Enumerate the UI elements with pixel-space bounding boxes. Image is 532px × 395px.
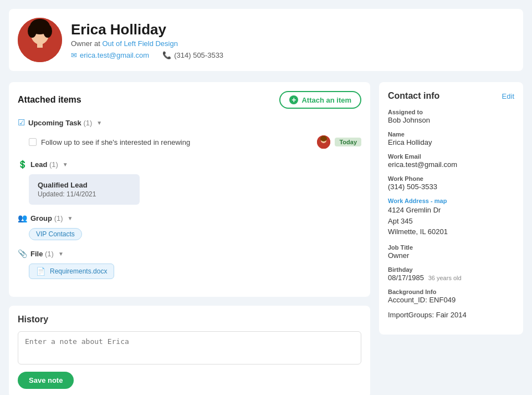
lead-chevron-icon: ▼ xyxy=(63,161,68,168)
task-right: Today xyxy=(317,135,361,149)
import-field: ImportGroups: Fair 2014 xyxy=(388,311,514,319)
birthday-label: Birthday xyxy=(388,266,514,273)
page: Erica Holliday Owner at Out of Left Fiel… xyxy=(0,0,532,395)
profile-info: Erica Holliday Owner at Out of Left Fiel… xyxy=(71,21,223,59)
attach-button-label: Attach an item xyxy=(301,96,351,104)
job-title-label: Job Title xyxy=(388,244,514,251)
file-chevron-icon: ▼ xyxy=(58,251,64,257)
contact-section-title: Contact info xyxy=(388,91,439,101)
work-phone-value: (314) 505-3533 xyxy=(388,183,514,191)
task-chevron-icon: ▼ xyxy=(96,120,102,126)
job-title-field: Job Title Owner xyxy=(388,244,514,260)
task-item: Follow up to see if she's interested in … xyxy=(18,133,361,151)
address-line2: Apt 345 xyxy=(388,216,514,227)
contact-card: Contact info Edit Assigned to Bob Johnso… xyxy=(379,82,523,335)
right-column: Contact info Edit Assigned to Bob Johnso… xyxy=(379,82,523,395)
svg-point-4 xyxy=(43,24,52,38)
svg-point-10 xyxy=(320,136,327,141)
task-group: ☑ Upcoming Task (1) ▼ Follow up to see i… xyxy=(18,118,361,151)
profile-phone: (314) 505-3533 xyxy=(174,51,223,59)
work-address-map-link[interactable]: Work Address - map xyxy=(388,198,447,204)
birthday-age: 36 years old xyxy=(428,275,462,281)
name-value: Erica Holliday xyxy=(388,138,514,146)
assigned-to-value: Bob Johnson xyxy=(388,116,514,124)
work-email-label: Work Email xyxy=(388,153,514,160)
attach-plus-icon: + xyxy=(289,95,298,104)
lead-card-title: Qualified Lead xyxy=(38,181,131,189)
assigned-to-label: Assigned to xyxy=(388,109,514,115)
birthday-field: Birthday 08/17/1985 36 years old xyxy=(388,266,514,282)
lead-count: (1) xyxy=(49,160,58,169)
save-note-button[interactable]: Save note xyxy=(18,372,74,389)
group-chevron-icon: ▼ xyxy=(68,215,73,221)
group-tag[interactable]: VIP Contacts xyxy=(29,228,82,240)
task-checkbox[interactable] xyxy=(29,138,37,146)
task-left: Follow up to see if she's interested in … xyxy=(29,138,190,146)
phone-icon: 📞 xyxy=(162,51,171,59)
job-title-value: Owner xyxy=(388,251,514,260)
work-address-label: Work Address - map xyxy=(388,198,514,204)
work-phone-field: Work Phone (314) 505-3533 xyxy=(388,175,514,191)
task-text: Follow up to see if she's interested in … xyxy=(41,138,190,146)
attached-section-header: Attached items + Attach an item xyxy=(18,91,361,109)
owner-prefix: Owner at xyxy=(71,39,100,48)
left-column: Attached items + Attach an item ☑ Upcomi… xyxy=(9,82,370,395)
file-group: 📎 File (1) ▼ 📄 Requirements.docx xyxy=(18,249,361,279)
profile-email: erica.test@gmail.com xyxy=(80,51,149,59)
profile-header: Erica Holliday Owner at Out of Left Fiel… xyxy=(9,9,523,71)
birthday-date: 08/17/1985 xyxy=(388,274,424,282)
background-value: Account_ID: ENF049 xyxy=(388,296,514,304)
lead-group-icon: 💲 xyxy=(18,160,27,169)
attach-item-button[interactable]: + Attach an item xyxy=(279,91,361,109)
lead-card-updated: Updated: 11/4/2021 xyxy=(38,190,131,198)
background-field: Background Info Account_ID: ENF049 xyxy=(388,288,514,304)
history-section: History Save note xyxy=(9,306,370,395)
attached-section-title: Attached items xyxy=(18,95,81,105)
work-email-field: Work Email erica.test@gmail.com xyxy=(388,153,514,169)
lead-group-label: Lead (1) xyxy=(30,160,58,169)
company-link[interactable]: Out of Left Field Design xyxy=(102,39,178,48)
work-address-field: Work Address - map 4124 Gremlin Dr Apt 3… xyxy=(388,198,514,237)
profile-owner-line: Owner at Out of Left Field Design xyxy=(71,39,223,48)
note-textarea[interactable] xyxy=(18,331,361,364)
svg-point-3 xyxy=(28,24,37,38)
file-count: (1) xyxy=(45,250,54,258)
file-group-icon: 📎 xyxy=(18,249,27,258)
attached-items-section: Attached items + Attach an item ☑ Upcomi… xyxy=(9,82,370,297)
lead-group-header[interactable]: 💲 Lead (1) ▼ xyxy=(18,160,361,169)
task-group-icon: ☑ xyxy=(18,118,25,128)
history-title: History xyxy=(18,315,361,325)
group-count: (1) xyxy=(54,214,63,222)
task-count: (1) xyxy=(83,119,92,127)
main-layout: Attached items + Attach an item ☑ Upcomi… xyxy=(9,82,523,395)
file-item[interactable]: 📄 Requirements.docx xyxy=(29,264,114,279)
group-group-header[interactable]: 👥 Group (1) ▼ xyxy=(18,214,361,222)
email-item: ✉ erica.test@gmail.com xyxy=(71,51,149,59)
file-name: Requirements.docx xyxy=(50,267,107,275)
lead-group: 💲 Lead (1) ▼ Qualified Lead Updated: 11/… xyxy=(18,160,361,205)
work-phone-label: Work Phone xyxy=(388,175,514,182)
file-group-label: File (1) xyxy=(30,250,54,258)
name-field: Name Erica Holliday xyxy=(388,131,514,146)
task-group-label: Upcoming Task (1) xyxy=(28,119,92,127)
file-group-header[interactable]: 📎 File (1) ▼ xyxy=(18,249,361,258)
task-date-badge: Today xyxy=(335,138,361,146)
avatar xyxy=(18,18,62,62)
import-value: ImportGroups: Fair 2014 xyxy=(388,311,514,319)
work-address-value: 4124 Gremlin Dr Apt 345 Wilmette, IL 602… xyxy=(388,205,514,237)
assigned-to-field: Assigned to Bob Johnson xyxy=(388,109,514,124)
svg-rect-6 xyxy=(37,42,43,48)
address-line1: 4124 Gremlin Dr xyxy=(388,205,514,216)
address-line3: Wilmette, IL 60201 xyxy=(388,226,514,237)
group-group-icon: 👥 xyxy=(18,214,27,222)
name-label: Name xyxy=(388,131,514,138)
task-group-header[interactable]: ☑ Upcoming Task (1) ▼ xyxy=(18,118,361,128)
group-group-label: Group (1) xyxy=(30,214,63,222)
edit-link[interactable]: Edit xyxy=(502,92,514,100)
lead-card[interactable]: Qualified Lead Updated: 11/4/2021 xyxy=(29,174,140,205)
task-avatar xyxy=(317,135,330,149)
profile-name: Erica Holliday xyxy=(71,21,223,38)
background-label: Background Info xyxy=(388,288,514,295)
birthday-value: 08/17/1985 36 years old xyxy=(388,274,514,282)
work-email-value: erica.test@gmail.com xyxy=(388,160,514,169)
